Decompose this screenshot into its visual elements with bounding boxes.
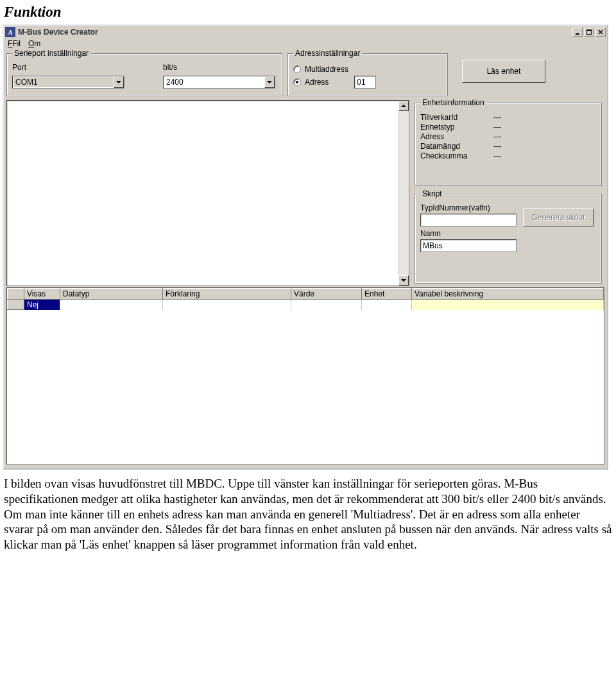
info-datasize-label: Datamängd [420,142,491,151]
baud-value: 2400 [164,76,264,88]
name-input[interactable] [420,239,517,252]
col-varde[interactable]: Värde [291,289,362,300]
info-manufacturer-label: TillverkarId [420,113,491,122]
name-label: Namn [420,229,517,238]
baud-combo[interactable]: 2400 [163,76,275,89]
cell-varde[interactable] [291,300,362,310]
close-icon [598,30,603,35]
cell-visas[interactable]: Nej [24,300,60,310]
port-value: COM1 [13,76,114,88]
read-device-button[interactable]: Läs enhet [462,60,545,83]
script-group: Skript TypIdNummer(valfri) Generera skri… [415,194,602,284]
minimize-icon [575,30,580,35]
output-listbox[interactable] [6,100,409,286]
info-address-value: --- [491,132,504,141]
col-forklaring[interactable]: Förklaring [163,289,291,300]
row-header[interactable] [8,300,24,310]
cell-enhet[interactable] [362,300,412,310]
chevron-down-icon[interactable] [264,76,275,88]
grid-corner[interactable] [8,289,24,300]
minimize-button[interactable] [572,28,583,37]
app-icon: A [5,27,15,37]
serial-group: Serieport inställningar Port COM1 bit/s … [6,53,282,96]
info-checksum-value: --- [491,151,504,160]
menu-file[interactable]: FFilFil [8,39,21,48]
generate-script-button[interactable]: Generera skript [523,209,594,226]
chevron-down-icon[interactable] [114,76,124,88]
data-grid[interactable]: Visas Datatyp Förklaring Värde Enhet Var… [6,287,604,465]
scroll-up-icon[interactable] [398,101,409,111]
info-address-label: Adress [420,132,491,141]
cell-forklaring[interactable] [163,300,291,310]
col-visas[interactable]: Visas [24,289,60,300]
typeid-label: TypIdNummer(valfri) [420,203,517,212]
info-checksum-label: Checksumma [420,151,491,160]
script-legend: Skript [420,189,444,198]
scrollbar[interactable] [398,101,409,286]
titlebar: A M-Bus Device Creator [4,26,607,38]
address-legend: Adressinställningar [293,49,362,58]
svg-rect-0 [576,33,579,35]
app-window: A M-Bus Device Creator FFilFil Om // (me… [3,24,608,470]
maximize-icon [586,30,592,35]
info-manufacturer-value: --- [491,113,504,122]
radio-multiaddress-label: Multiaddress [305,65,348,74]
cell-datatyp[interactable] [60,300,163,310]
svg-rect-2 [586,30,592,31]
doc-heading: Funktion [4,4,616,21]
typeid-input[interactable] [420,214,517,226]
top-panel: Serieport inställningar Port COM1 bit/s … [4,51,607,99]
baud-label: bit/s [163,63,275,72]
col-varbesk[interactable]: Variabel beskrivning [412,289,604,300]
device-info-legend: Enhetsinformation [420,98,486,107]
device-info-group: Enhetsinformation TillverkarId--- Enhets… [415,103,602,186]
scroll-down-icon[interactable] [398,275,409,286]
address-input[interactable] [354,76,376,89]
address-group: Adressinställningar Multiaddress Adress [287,53,448,96]
cell-varbesk[interactable] [412,300,604,310]
middle-panel: Enhetsinformation TillverkarId--- Enhets… [6,100,604,286]
info-devtype-value: --- [491,123,504,132]
col-datatyp[interactable]: Datatyp [60,289,163,300]
info-devtype-label: Enhetstyp [420,123,491,132]
col-enhet[interactable]: Enhet [362,289,412,300]
window-title: M-Bus Device Creator [18,28,571,37]
menu-about[interactable]: Om [28,39,40,48]
doc-body: I bilden ovan visas huvudfönstret till M… [4,476,612,552]
close-button[interactable] [595,28,606,37]
port-combo[interactable]: COM1 [12,76,124,89]
table-row[interactable]: Nej [8,300,604,310]
info-datasize-value: --- [491,142,504,151]
radio-multiaddress[interactable] [293,65,301,73]
radio-address-label: Adress [305,78,329,87]
port-label: Port [12,63,124,72]
radio-address[interactable] [293,78,301,86]
serial-legend: Serieport inställningar [12,49,90,58]
maximize-button[interactable] [584,28,594,37]
